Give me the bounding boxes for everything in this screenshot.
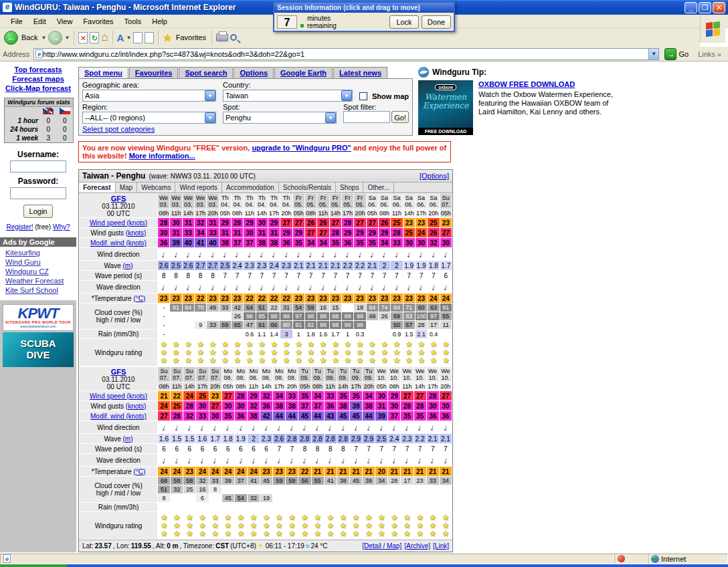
back-label[interactable]: Back <box>21 33 37 41</box>
forecast-tab-shops[interactable]: Shops <box>336 183 363 193</box>
show-map-checkbox[interactable] <box>359 92 367 100</box>
model-link[interactable]: GFS <box>111 368 126 376</box>
rain-cell <box>232 330 243 338</box>
tab-favourites[interactable]: Favourites <box>129 67 179 78</box>
spot-go-button[interactable]: Go! <box>391 111 409 123</box>
spot-select[interactable]: Penghu▼ <box>223 112 337 124</box>
sidebar-link-forecast-maps[interactable]: Forecast maps <box>0 75 76 83</box>
kpwt-ad[interactable]: KPWT KITEBOARD PRO WORLD TOUR www.kpwtwo… <box>3 304 74 331</box>
address-input[interactable] <box>43 50 648 58</box>
row-unit-link[interactable]: (m) <box>122 262 132 269</box>
minimize-button[interactable]: _ <box>685 2 697 13</box>
back-dropdown-icon[interactable]: ▼ <box>41 35 46 41</box>
forward-icon[interactable]: → <box>48 31 62 45</box>
row-unit-link[interactable]: (knots) <box>126 229 147 237</box>
close-button[interactable]: ✕ <box>713 2 725 13</box>
tab-spot-search[interactable]: Spot search <box>179 67 233 78</box>
tab-options[interactable]: Options <box>234 67 274 78</box>
fonts-dropdown-icon[interactable]: ▼ <box>126 35 131 41</box>
footer-link-detail-map[interactable]: [Detail / Map] <box>362 542 401 550</box>
go-button[interactable]: → Go <box>662 48 691 60</box>
stop-icon[interactable]: ✕ <box>78 32 88 43</box>
forecast-tab-other[interactable]: Other... <box>363 183 394 193</box>
menu-file[interactable]: File <box>5 16 28 27</box>
password-input[interactable] <box>10 187 66 199</box>
geo-area-select[interactable]: Asia▼ <box>82 90 216 102</box>
session-title[interactable]: Session Information (click and drag to m… <box>274 3 454 13</box>
tab-google-earth[interactable]: Google Earth <box>274 67 333 78</box>
copy-icon[interactable] <box>133 32 143 43</box>
row-unit-link[interactable]: (knots) <box>126 403 147 410</box>
row-unit-link[interactable]: (m) <box>122 435 132 443</box>
forecast-cell: 21 <box>158 391 170 401</box>
spot-filter-input[interactable] <box>343 111 390 123</box>
restore-button[interactable]: ❐ <box>699 2 711 13</box>
address-field[interactable]: e ▼ <box>33 48 659 60</box>
menu-favorites[interactable]: Favorites <box>78 16 118 27</box>
username-input[interactable] <box>10 160 66 173</box>
menu-view[interactable]: View <box>52 16 78 27</box>
model-link[interactable]: GFS <box>111 195 126 203</box>
banner-link[interactable]: More information... <box>129 152 195 160</box>
forecast-tab-webcams[interactable]: Webcams <box>137 183 175 193</box>
row-label-link[interactable]: Wind speed (knots) <box>90 392 147 400</box>
google-ad-link-wind-guru[interactable]: Wind Guru <box>0 257 76 267</box>
wave-direction-arrow: ↓ <box>258 281 265 292</box>
session-info-panel[interactable]: Session Information (click and drag to m… <box>273 1 455 32</box>
oxbow-download-link[interactable]: OXBOW FREE DOWNLOAD <box>478 80 575 89</box>
back-icon[interactable]: ← <box>4 31 18 45</box>
refresh-icon[interactable]: ↻ <box>90 32 99 43</box>
sidebar-link-click-map-forecast[interactable]: Click-Map forecast <box>0 84 76 92</box>
star: ★ <box>219 356 231 364</box>
country-select[interactable]: Taiwan▼ <box>223 90 353 102</box>
tab-latest-news[interactable]: Latest news <box>333 67 387 78</box>
footer-link-archive[interactable]: [Archive] <box>404 542 430 550</box>
forward-dropdown-icon[interactable]: ▼ <box>64 35 70 41</box>
forecast-tab-accommodation[interactable]: Accommodation <box>222 183 279 193</box>
oxbow-ad-image[interactable]: oxbow WatermenExperience FREE DOWNLOAD <box>418 80 473 135</box>
favorites-label[interactable]: Favorites <box>176 33 206 41</box>
forecast-tab-wind-reports[interactable]: Wind reports <box>175 183 222 193</box>
done-button[interactable]: Done <box>422 15 451 29</box>
google-ad-link-windguru-cz[interactable]: Windguru CZ <box>0 267 76 276</box>
tab-spot-menu[interactable]: Spot menu <box>78 67 128 78</box>
day-number: 04. <box>232 201 243 208</box>
fonts-icon[interactable]: A <box>117 32 124 43</box>
star: ★ <box>375 530 387 538</box>
favorites-star-icon[interactable]: ★ <box>163 31 172 44</box>
rain-cell: 1 <box>293 330 304 338</box>
home-icon[interactable]: ⌂ <box>101 31 108 44</box>
options-link[interactable]: [Options] <box>420 172 449 180</box>
scuba-dive-ad[interactable]: SCUBA DIVE <box>3 332 74 367</box>
row-unit-link[interactable]: (°C) <box>133 468 145 475</box>
menu-edit[interactable]: Edit <box>28 16 52 27</box>
paste-icon[interactable] <box>145 32 154 43</box>
address-dropdown-icon[interactable]: ▼ <box>648 49 659 60</box>
region-select[interactable]: --ALL-- (0 regions)▼ <box>82 112 216 124</box>
select-spot-categories-link[interactable]: Select spot categories <box>82 125 155 133</box>
row-label-link[interactable]: Modif. wind (knots) <box>90 239 147 247</box>
forecast-tab-map[interactable]: Map <box>116 183 137 193</box>
footer-link-link[interactable]: [Link] <box>433 542 449 550</box>
row-unit-link[interactable]: (°C) <box>133 295 145 302</box>
why-link[interactable]: Why? <box>53 223 70 231</box>
wave-direction-arrow: ↓ <box>173 455 180 465</box>
search-icon[interactable] <box>230 34 237 41</box>
taskbar-sliver[interactable] <box>0 564 728 567</box>
row-label-link[interactable]: Wind speed (knots) <box>90 219 147 227</box>
google-ad-link-weather-forecast[interactable]: Weather Forecast <box>0 276 76 286</box>
menu-help[interactable]: Help <box>147 16 173 27</box>
register-link[interactable]: Register! <box>6 223 33 231</box>
sidebar-link-top-forecasts[interactable]: Top forecasts <box>0 66 76 74</box>
print-icon[interactable] <box>216 33 228 41</box>
menu-tools[interactable]: Tools <box>119 16 147 27</box>
links-bar[interactable]: Links » <box>694 50 725 58</box>
google-ad-link-kitesurfing[interactable]: Kitesurfing <box>0 248 76 257</box>
google-ad-link-kite-surf-school[interactable]: Kite Surf School <box>0 286 76 295</box>
forecast-tab-schools-rentals[interactable]: Schools/Rentals <box>279 183 336 193</box>
forecast-tab-forecast[interactable]: Forecast <box>79 183 116 193</box>
login-button[interactable]: Login <box>23 205 53 218</box>
lock-button[interactable]: Lock <box>389 15 419 29</box>
row-label-link[interactable]: Modif. wind (knots) <box>90 413 147 420</box>
banner-link[interactable]: upgrade to "Windguru PRO" <box>252 144 351 152</box>
